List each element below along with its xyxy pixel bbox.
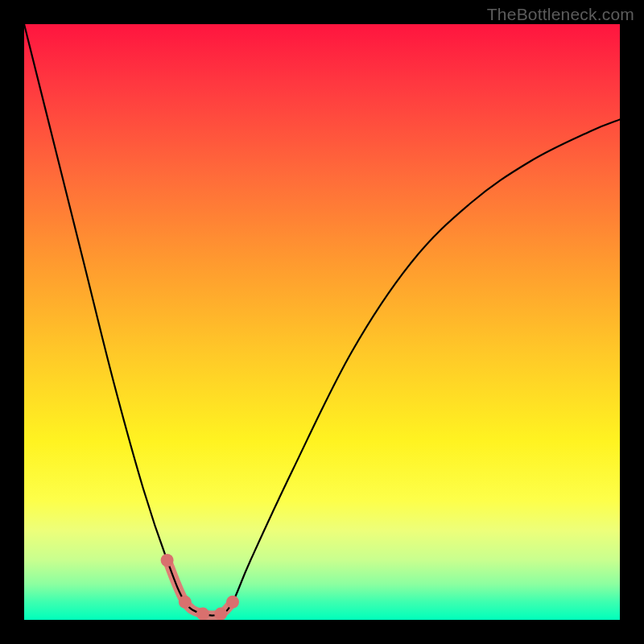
chart-plot-area (24, 24, 620, 620)
watermark-text: TheBottleneck.com (487, 5, 634, 24)
highlight-node (226, 596, 239, 609)
chart-svg (24, 24, 620, 620)
highlight-node (214, 608, 227, 620)
highlight-node (179, 596, 192, 609)
curve-line (24, 24, 620, 616)
chart-frame: TheBottleneck.com (0, 0, 644, 644)
highlight-node (196, 608, 209, 620)
highlight-node (161, 554, 174, 567)
